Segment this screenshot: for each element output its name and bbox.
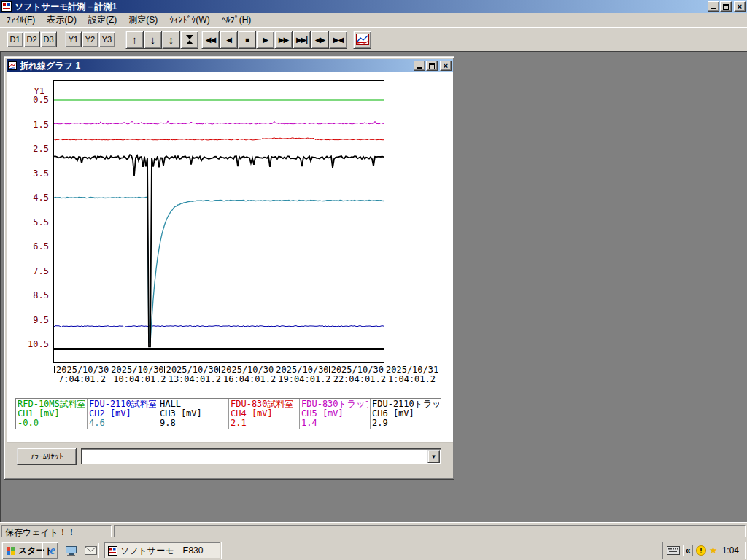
legend-channel-label: CH1 [mV]: [18, 409, 85, 419]
close-icon: ×: [738, 2, 742, 11]
graph-window-titlebar[interactable]: 折れ線グラフ 1 ×: [7, 59, 453, 72]
x-tick-2: 2025/10/3013:04:01.2: [164, 365, 221, 384]
y-tick-label-7: 7.5: [33, 266, 49, 276]
window-controls: ×: [708, 1, 746, 12]
mdi-workspace: 折れ線グラフ 1 × Y1 0.51.52.53.54.55.56.57.58.…: [0, 51, 747, 522]
toolbar-y1-button[interactable]: Y1: [65, 31, 82, 47]
legend-device-name: HALL: [160, 400, 227, 409]
series-CH2: [54, 197, 384, 343]
combobox-dropdown-button[interactable]: ▼: [427, 450, 440, 463]
taskbar-app-button[interactable]: ソフトサーモ E830: [104, 542, 222, 559]
menu-item-3[interactable]: 測定(S): [123, 12, 163, 28]
minimize-button[interactable]: [708, 1, 719, 12]
legend-value: 2.9: [372, 419, 439, 428]
tick-mark: [274, 366, 274, 373]
legend-channel-4: FDU-830試料室CH4 [mV]2.1: [228, 399, 299, 429]
menu-item-1[interactable]: 表示(D): [41, 12, 82, 28]
toolbar-d1-button[interactable]: D1: [7, 31, 23, 47]
tick-mark: [164, 366, 165, 373]
show-desktop-icon[interactable]: [64, 543, 79, 558]
toolbar-d3-button[interactable]: D3: [40, 31, 57, 47]
main-window-titlebar[interactable]: ソフトサーモ計測－計測1 ×: [0, 0, 747, 13]
x-tick-4: 2025/10/3019:04:01.2: [274, 365, 330, 384]
close-icon: ×: [444, 61, 448, 70]
x-axis-labels: 2025/10/307:04:01.22025/10/3010:04:01.22…: [7, 365, 453, 387]
toolbar-d2-button[interactable]: D2: [23, 31, 40, 47]
alert-tray-icon[interactable]: !: [696, 545, 706, 556]
toolbar-back-button[interactable]: ◀: [220, 31, 238, 49]
time-axis-band: [53, 349, 384, 363]
menu-item-0[interactable]: ﾌｧｲﾙ(F): [1, 13, 41, 27]
taskbar-clock[interactable]: 1:04: [722, 545, 739, 556]
graph-window-icon: [8, 61, 17, 70]
toolbar-graph-button[interactable]: [353, 31, 371, 49]
close-button[interactable]: ×: [734, 1, 746, 12]
menu-item-5[interactable]: ﾍﾙﾌﾟ(H): [216, 13, 258, 27]
minimize-icon: [711, 8, 716, 9]
legend-channel-1: RFD-10MS試料室CH1 [mV]-0.0: [16, 399, 87, 429]
alarm-reset-button[interactable]: ｱﾗｰﾑﾘｾｯﾄ: [17, 448, 77, 465]
x-tick-3: 2025/10/3016:04:01.2: [219, 365, 276, 384]
toolbar-y3-button[interactable]: Y3: [98, 31, 115, 47]
toolbar-forward-button[interactable]: ▶: [256, 31, 274, 49]
tick-mark: [219, 366, 220, 373]
x-tick-0: 2025/10/307:04:01.2: [54, 365, 109, 384]
tick-mark: [54, 366, 55, 373]
menu-item-4[interactable]: ｳｨﾝﾄﾞｳ(W): [163, 13, 215, 27]
legend-value: 1.4: [301, 419, 368, 428]
y-tick-label-5: 5.5: [33, 217, 49, 228]
toolbar-expand-time-button[interactable]: ◀▶: [311, 31, 329, 49]
hourglass-bottom: [186, 40, 193, 44]
legend-channel-label: CH5 [mV]: [301, 409, 368, 419]
internet-explorer-icon[interactable]: e: [45, 543, 60, 558]
alarm-combobox[interactable]: ▼: [81, 448, 441, 464]
x-tick-time: 22:04:01.2: [329, 375, 386, 384]
minimize-icon: [417, 67, 422, 69]
x-tick-time: 10:04:01.2: [109, 375, 166, 384]
legend-channel-label: CH6 [mV]: [372, 409, 439, 419]
quick-launch: e: [45, 543, 98, 558]
x-tick-time: 19:04:01.2: [274, 375, 330, 384]
legend-device-name: FDU-2110試料室: [89, 400, 156, 409]
graph-close-button[interactable]: ×: [440, 61, 452, 71]
y-tick-label-3: 3.5: [33, 168, 49, 179]
toolbar-scroll-up-button[interactable]: ↑: [125, 31, 144, 49]
menu-item-2[interactable]: 設定(Z): [82, 12, 123, 28]
taskbar-app-label: ソフトサーモ E830: [120, 545, 203, 557]
toolbar-stop-button[interactable]: ■: [238, 31, 256, 49]
keyboard-icon[interactable]: [667, 546, 680, 555]
graph-maximize-button[interactable]: [426, 61, 438, 71]
toolbar-jump-latest-button[interactable]: ▶▶|: [293, 31, 311, 49]
envelope-icon: [85, 546, 97, 555]
series-CH6: [54, 155, 384, 346]
app-icon: [108, 546, 117, 556]
legend-channel-label: CH4 [mV]: [231, 409, 298, 419]
system-tray: « ! ★ 1:04: [662, 542, 746, 559]
hourglass-icon: [186, 35, 193, 44]
toolbar-fast-forward-button[interactable]: ▶▶: [274, 31, 293, 49]
toolbar-scroll-down-button[interactable]: ↓: [144, 31, 162, 49]
status-message: 保存ウェイト！！: [5, 527, 76, 537]
toolbar-y2-button[interactable]: Y2: [82, 31, 98, 47]
legend-device-name: FDU-830トラップ: [301, 400, 368, 409]
legend-channel-label: CH3 [mV]: [160, 409, 227, 419]
taskbar-divider: [42, 543, 43, 558]
toolbar-fast-back-button[interactable]: ◀◀: [201, 31, 220, 49]
legend-value: -0.0: [18, 419, 85, 428]
legend-channel-2: FDU-2110試料室CH2 [mV]4.6: [87, 399, 158, 429]
legend-channel-5: FDU-830トラップCH5 [mV]1.4: [299, 399, 370, 429]
mail-icon[interactable]: [83, 543, 98, 558]
y-tick-label-0: 0.5: [33, 95, 49, 105]
toolbar-fit-vertical-button[interactable]: ↕: [162, 31, 180, 49]
chart-canvas: [54, 81, 384, 348]
toolbar-compress-time-button[interactable]: ▶◀: [329, 31, 347, 49]
legend-device-name: RFD-10MS試料室: [18, 400, 85, 409]
graph-window-client: Y1 0.51.52.53.54.55.56.57.58.59.510.5 20…: [7, 72, 453, 478]
toolbar-wait-button[interactable]: [180, 31, 198, 49]
series-CH3: [54, 326, 384, 328]
graph-minimize-button[interactable]: [414, 61, 425, 71]
graph-window: 折れ線グラフ 1 × Y1 0.51.52.53.54.55.56.57.58.…: [4, 56, 454, 480]
update-tray-icon[interactable]: ★: [709, 545, 718, 556]
maximize-button[interactable]: [720, 1, 732, 12]
collapse-tray-button[interactable]: «: [683, 545, 693, 556]
